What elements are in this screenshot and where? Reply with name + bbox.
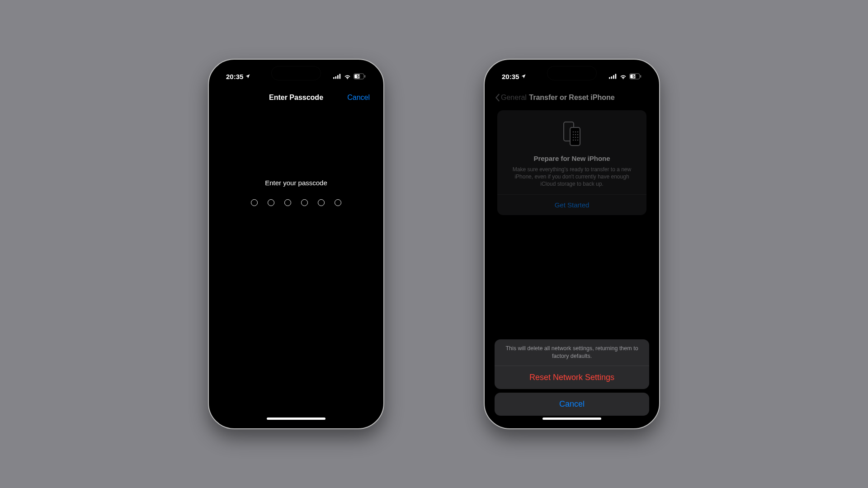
svg-point-24 [575,137,576,138]
svg-rect-1 [335,76,337,79]
get-started-button[interactable]: Get Started [503,195,641,215]
svg-rect-0 [333,77,335,79]
status-time: 20:35 [226,73,243,80]
svg-text:58: 58 [632,74,637,79]
svg-rect-3 [340,74,341,79]
prepare-title: Prepare for New iPhone [503,155,641,162]
svg-rect-16 [570,127,580,145]
passcode-dot [268,199,274,206]
svg-point-19 [577,131,579,133]
svg-point-20 [573,134,574,136]
passcode-dot [318,199,325,206]
cancel-button[interactable]: Cancel [347,94,370,102]
nav-bar: General Transfer or Reset iPhone [489,89,655,107]
battery-icon: 58 [629,73,642,80]
location-icon [521,74,526,79]
wifi-icon [619,74,627,79]
screen-1: 20:35 58 Enter Passcode Cancel [213,64,379,424]
svg-rect-10 [615,74,617,79]
nav-title: Transfer or Reset iPhone [529,94,614,102]
prepare-description: Make sure everything's ready to transfer… [503,166,641,188]
passcode-dot [284,199,291,206]
passcode-prompt: Enter your passcode [213,179,379,187]
passcode-dot [335,199,341,206]
iphone-mockup-2: 20:35 58 [484,59,660,429]
nav-bar: Enter Passcode Cancel [213,89,379,107]
battery-level-text: 58 [357,74,361,79]
svg-point-28 [577,140,579,141]
passcode-dot [301,199,308,206]
cellular-icon [609,74,617,79]
status-time: 20:35 [502,73,519,80]
back-button[interactable]: General [495,94,527,102]
two-iphones-icon [560,120,584,147]
home-indicator[interactable] [542,418,601,420]
prepare-card: Prepare for New iPhone Make sure everyth… [497,110,646,215]
svg-point-18 [575,131,576,133]
iphone-mockup-1: 20:35 58 Enter Passcode Cancel [208,59,384,429]
svg-rect-7 [609,77,610,79]
nav-title: Enter Passcode [269,94,323,102]
svg-point-23 [573,137,574,138]
wifi-icon [344,74,351,79]
dimmed-background: General Transfer or Reset iPhone Prepare… [489,89,655,215]
action-sheet-cancel-button[interactable]: Cancel [495,393,649,416]
cellular-icon [333,74,341,79]
svg-point-26 [573,140,574,141]
passcode-area: Enter your passcode [213,179,379,206]
action-sheet-message: This will delete all network settings, r… [495,339,649,366]
action-sheet-group: This will delete all network settings, r… [495,339,649,389]
svg-rect-13 [640,75,641,78]
battery-icon: 58 [354,73,366,80]
svg-point-27 [575,140,576,141]
back-label: General [501,94,527,102]
dynamic-island [547,66,597,80]
svg-rect-9 [613,75,614,79]
svg-rect-2 [337,75,339,79]
home-indicator[interactable] [267,418,326,420]
passcode-dot [251,199,258,206]
svg-point-21 [575,134,576,136]
action-sheet: This will delete all network settings, r… [495,339,649,416]
svg-point-17 [573,131,574,133]
reset-network-settings-button[interactable]: Reset Network Settings [495,366,649,389]
svg-point-22 [577,134,579,136]
dynamic-island [271,66,321,80]
screen-2: 20:35 58 [489,64,655,424]
svg-point-25 [577,137,579,138]
passcode-dots[interactable] [213,199,379,206]
svg-rect-6 [364,75,365,78]
location-icon [245,74,250,79]
chevron-left-icon [495,94,500,102]
svg-rect-8 [611,76,613,79]
